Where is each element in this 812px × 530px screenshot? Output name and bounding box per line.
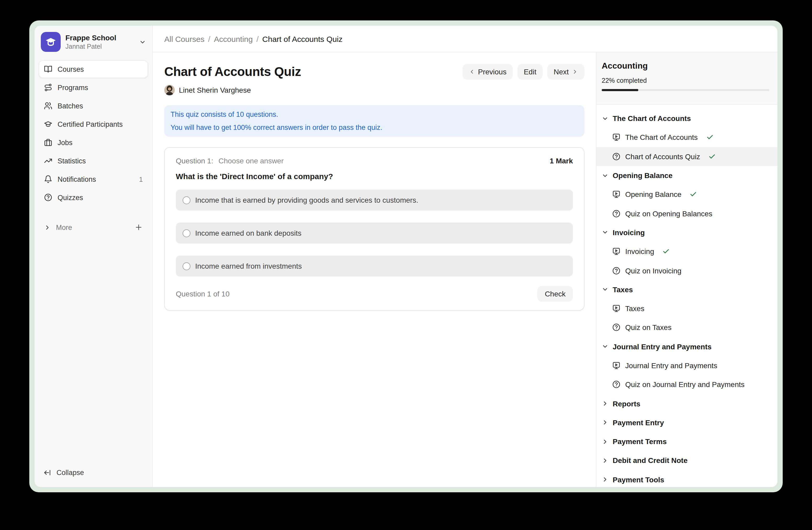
- outline-quiz-quiz-on-taxes[interactable]: Quiz on Taxes: [596, 318, 778, 337]
- help-circle-icon: [612, 209, 621, 218]
- app-window: Frappe School Jannat Patel Courses Progr…: [34, 26, 778, 487]
- course-progress-fill: [602, 89, 639, 91]
- outline-item-label: Chart of Accounts Quiz: [625, 152, 700, 161]
- check-button[interactable]: Check: [538, 286, 573, 302]
- collapse-sidebar-button[interactable]: Collapse: [34, 461, 152, 487]
- outline-lesson-opening-balance[interactable]: Opening Balance: [596, 185, 778, 204]
- help-circle-icon: [612, 152, 621, 161]
- outline-item-label: Invoicing: [625, 247, 654, 255]
- desktop-background: Frappe School Jannat Patel Courses Progr…: [0, 0, 812, 530]
- radio-button[interactable]: [183, 262, 190, 270]
- outline-item-label: The Chart of Accounts: [625, 133, 698, 142]
- check-icon: [690, 191, 697, 198]
- chevron-left-icon: [468, 69, 475, 75]
- answer-option-1[interactable]: Income that is earned by providing goods…: [176, 190, 573, 211]
- sidebar-item-label: Batches: [58, 102, 83, 110]
- outline-section-payment-terms[interactable]: Payment Terms: [596, 432, 778, 451]
- users-icon: [44, 102, 52, 110]
- help-circle-icon: [612, 266, 621, 275]
- chevron-down-icon: [602, 172, 608, 179]
- sidebar-item-label: Statistics: [58, 157, 86, 165]
- sidebar-menu: Courses Programs Batches Certified Parti…: [34, 56, 152, 207]
- course-title: Accounting: [602, 61, 769, 71]
- outline-lesson-taxes[interactable]: Taxes: [596, 299, 778, 318]
- app-window-frame: Frappe School Jannat Patel Courses Progr…: [29, 20, 783, 492]
- breadcrumb-accounting[interactable]: Accounting: [214, 34, 253, 43]
- outline-section-taxes[interactable]: Taxes: [596, 280, 778, 299]
- chevron-down-icon: [602, 115, 608, 122]
- outline-section-label: Payment Terms: [613, 437, 667, 446]
- outline-section-invoicing[interactable]: Invoicing: [596, 223, 778, 242]
- outline-lesson-the-chart-of-accounts[interactable]: The Chart of Accounts: [596, 128, 778, 147]
- chevron-down-icon: [602, 286, 608, 293]
- course-outline: The Chart of Accounts The Chart of Accou…: [596, 105, 778, 487]
- monitor-play-icon: [612, 361, 621, 370]
- monitor-play-icon: [612, 190, 621, 199]
- workspace-switcher[interactable]: Frappe School Jannat Patel: [34, 26, 152, 56]
- outline-item-label: Taxes: [625, 304, 644, 313]
- help-circle-icon: [612, 380, 621, 389]
- outline-quiz-chart-of-accounts-quiz[interactable]: Chart of Accounts Quiz: [596, 147, 778, 166]
- route-icon: [44, 83, 52, 92]
- outline-section-debit-and-credit-note[interactable]: Debit and Credit Note: [596, 451, 778, 470]
- answer-option-label: Income earned on bank deposits: [195, 229, 301, 237]
- radio-button[interactable]: [183, 229, 190, 237]
- outline-lesson-journal-entry-and-payments[interactable]: Journal Entry and Payments: [596, 356, 778, 375]
- sidebar-item-courses[interactable]: Courses: [39, 60, 148, 78]
- sidebar-item-programs[interactable]: Programs: [39, 79, 148, 96]
- sidebar-item-certified-participants[interactable]: Certified Participants: [39, 115, 148, 133]
- chevron-right-icon: [602, 400, 608, 407]
- breadcrumb-separator: /: [208, 34, 210, 43]
- sidebar-item-batches[interactable]: Batches: [39, 97, 148, 115]
- outline-quiz-quiz-on-invoicing[interactable]: Quiz on Invoicing: [596, 261, 778, 280]
- breadcrumb-current: Chart of Accounts Quiz: [262, 34, 343, 43]
- question-instruction: Choose one answer: [218, 157, 284, 165]
- outline-item-label: Quiz on Opening Balances: [625, 209, 712, 218]
- monitor-play-icon: [612, 247, 621, 255]
- check-icon: [663, 248, 670, 255]
- breadcrumb-all-courses[interactable]: All Courses: [164, 34, 204, 43]
- answer-option-3[interactable]: Income earned from investments: [176, 255, 573, 277]
- sidebar-item-more[interactable]: More: [39, 219, 148, 236]
- sidebar-item-jobs[interactable]: Jobs: [39, 134, 148, 151]
- question-marks: 1 Mark: [550, 157, 573, 165]
- edit-button[interactable]: Edit: [518, 64, 542, 80]
- monitor-play-icon: [612, 133, 621, 142]
- course-header: Accounting 22% completed: [596, 52, 778, 105]
- brand-text: Frappe School Jannat Patel: [66, 33, 134, 51]
- outline-lesson-invoicing[interactable]: Invoicing: [596, 242, 778, 261]
- outline-section-label: Payment Entry: [613, 418, 664, 427]
- workspace-title: Frappe School: [66, 33, 134, 42]
- previous-button[interactable]: Previous: [462, 64, 513, 80]
- frappe-school-logo: [41, 32, 61, 52]
- breadcrumb: All Courses / Accounting / Chart of Acco…: [153, 26, 778, 52]
- collapse-label: Collapse: [57, 469, 84, 476]
- banner-line-2: You will have to get 100% correct answer…: [171, 121, 578, 134]
- outline-item-label: Quiz on Invoicing: [625, 266, 681, 275]
- outline-quiz-quiz-on-journal-entry-and-payments[interactable]: Quiz on Journal Entry and Payments: [596, 375, 778, 394]
- outline-section-journal-entry-and-payments[interactable]: Journal Entry and Payments: [596, 337, 778, 356]
- radio-button[interactable]: [183, 196, 190, 204]
- next-button[interactable]: Next: [547, 64, 584, 80]
- outline-section-opening-balance[interactable]: Opening Balance: [596, 166, 778, 185]
- sidebar-item-statistics[interactable]: Statistics: [39, 152, 148, 170]
- trending-up-icon: [44, 157, 52, 165]
- sidebar-item-quizzes[interactable]: Quizzes: [39, 189, 148, 206]
- answer-options: Income that is earned by providing goods…: [176, 190, 573, 277]
- monitor-play-icon: [612, 304, 621, 313]
- outline-section-payment-entry[interactable]: Payment Entry: [596, 413, 778, 432]
- briefcase-icon: [44, 138, 52, 147]
- instructor-avatar: [164, 85, 175, 95]
- sidebar-item-notifications[interactable]: Notifications 1: [39, 170, 148, 188]
- outline-quiz-quiz-on-opening-balances[interactable]: Quiz on Opening Balances: [596, 204, 778, 223]
- outline-section-payment-tools[interactable]: Payment Tools: [596, 470, 778, 487]
- answer-option-2[interactable]: Income earned on bank deposits: [176, 223, 573, 243]
- outline-section-the-chart-of-accounts[interactable]: The Chart of Accounts: [596, 109, 778, 128]
- outline-section-reports[interactable]: Reports: [596, 394, 778, 413]
- sidebar-item-label: Notifications: [58, 175, 96, 183]
- outline-item-label: Journal Entry and Payments: [625, 361, 717, 370]
- chevron-down-icon: [602, 229, 608, 236]
- course-progress-label: 22% completed: [602, 77, 769, 84]
- plus-icon[interactable]: [134, 223, 143, 232]
- main-content: Chart of Accounts Quiz Previous Edit: [153, 52, 596, 487]
